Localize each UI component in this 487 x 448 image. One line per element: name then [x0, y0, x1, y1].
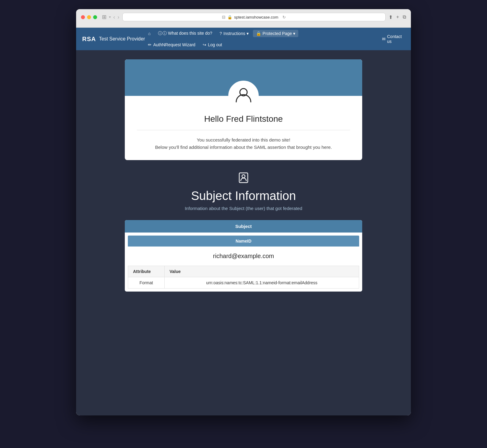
info-icon: ⓘ: [158, 31, 162, 36]
table-row: Format urn:oasis:names:tc:SAML:1.1:namei…: [128, 277, 359, 289]
tabs-icon[interactable]: ⧉: [403, 14, 406, 20]
nav-instructions[interactable]: ? Instructions ▾: [216, 30, 251, 37]
value-column-header: Value: [165, 266, 359, 277]
svg-point-2: [242, 175, 245, 178]
logout-icon: ↪: [203, 42, 206, 47]
nav-home[interactable]: ⌂: [145, 30, 153, 37]
minimize-button[interactable]: [87, 15, 91, 19]
browser-icons-right: ⬆ + ⧉: [389, 14, 406, 20]
lock-icon: 🔒: [227, 15, 232, 19]
navbar: RSA Test Service Provider ⌂ ⓘ ⓘ What doe…: [76, 28, 411, 50]
subject-title: Subject Information: [125, 189, 362, 203]
subject-section: Subject Information Information about th…: [125, 172, 362, 292]
browser-window: ⊞ ▾ ‹ › ⊟ 🔒 sptest.iamshowcase.com ↻ ⬆ +…: [76, 9, 411, 415]
nameid-value: richard@example.com: [128, 247, 359, 266]
nav-links: ⌂ ⓘ ⓘ What does this site do? ? Instruct…: [145, 28, 379, 50]
forward-icon[interactable]: ›: [117, 14, 119, 20]
profile-card: Hello Fred Flintstone You successfully f…: [125, 59, 362, 160]
nav-row-top: ⌂ ⓘ ⓘ What does this site do? ? Instruct…: [145, 28, 379, 39]
rsa-logo: RSA: [82, 36, 96, 43]
table-header-row: Attribute Value: [128, 266, 359, 277]
new-tab-icon[interactable]: +: [396, 14, 399, 20]
divider: [137, 130, 350, 130]
close-button[interactable]: [81, 15, 85, 19]
nav-authn[interactable]: ✏ AuthNRequest Wizard: [145, 41, 198, 48]
table-inner: NameID richard@example.com Attribute Val…: [125, 233, 362, 292]
nav-row-bottom: ✏ AuthNRequest Wizard ↪ Log out: [145, 39, 379, 50]
attribute-table: Attribute Value Format urn:oasis:names:t…: [128, 266, 359, 289]
edit-icon: ✏: [148, 42, 152, 47]
subject-table-container: Subject NameID richard@example.com Attri…: [125, 220, 362, 292]
main-content: Hello Fred Flintstone You successfully f…: [76, 50, 411, 415]
address-bar[interactable]: ⊟ 🔒 sptest.iamshowcase.com ↻: [122, 13, 386, 21]
brand-title: Test Service Provider: [99, 36, 145, 42]
nav-what-does[interactable]: ⓘ ⓘ What does this site do?: [155, 30, 215, 37]
avatar: [228, 81, 259, 111]
chevron-down-icon: ▾: [109, 15, 111, 19]
profile-card-header: [125, 59, 362, 96]
nav-contact[interactable]: ✉ Contactus: [379, 33, 405, 45]
share-icon[interactable]: ⬆: [389, 14, 393, 20]
browser-icons-left: ⊞ ▾ ‹ ›: [102, 14, 119, 20]
maximize-button[interactable]: [93, 15, 97, 19]
navbar-brand: RSA Test Service Provider: [82, 36, 145, 43]
question-icon: ?: [219, 31, 222, 36]
subject-icon: [125, 172, 362, 186]
tab-icon: ⊟: [222, 15, 226, 19]
browser-controls: ⊞ ▾ ‹ › ⊟ 🔒 sptest.iamshowcase.com ↻ ⬆ +…: [81, 13, 406, 21]
subject-section-header: Subject: [125, 220, 362, 233]
url-text: sptest.iamshowcase.com: [234, 15, 278, 19]
welcome-text: You successfully federated into this dem…: [131, 136, 356, 151]
subject-subtitle: Information about the Subject (the user)…: [125, 206, 362, 211]
nav-protected-page[interactable]: 🔒 Protected Page ▾: [253, 30, 298, 37]
user-icon: [234, 86, 253, 107]
traffic-lights: [81, 15, 97, 19]
reload-icon[interactable]: ↻: [282, 15, 286, 19]
attribute-cell: Format: [128, 277, 165, 289]
back-icon[interactable]: ‹: [113, 14, 115, 20]
value-cell: urn:oasis:names:tc:SAML:1.1:nameid-forma…: [165, 277, 359, 289]
nameid-header: NameID: [128, 236, 359, 247]
attr-column-header: Attribute: [128, 266, 165, 277]
greeting-text: Hello Fred Flintstone: [131, 114, 356, 124]
email-icon: ✉: [382, 37, 386, 41]
nav-logout[interactable]: ↪ Log out: [200, 41, 225, 48]
sidebar-icon[interactable]: ⊞: [102, 14, 107, 20]
lock-nav-icon: 🔒: [256, 31, 261, 36]
browser-chrome: ⊞ ▾ ‹ › ⊟ 🔒 sptest.iamshowcase.com ↻ ⬆ +…: [76, 9, 411, 28]
